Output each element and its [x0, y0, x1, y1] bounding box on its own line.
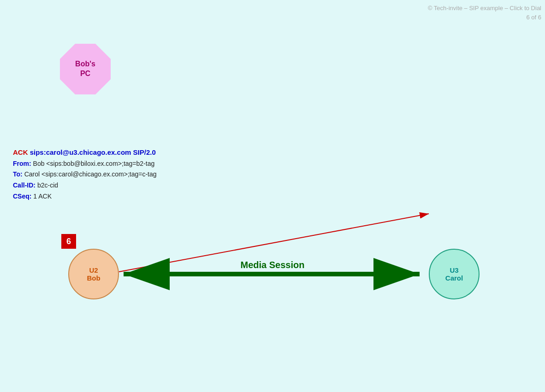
sip-message-block: ACK sips:carol@u3.chicago.ex.com SIP/2.0…	[13, 146, 157, 202]
to-value: Carol <sips:carol@chicago.ex.com>;tag=c-…	[24, 170, 157, 178]
svg-text:Media Session: Media Session	[241, 260, 305, 270]
step-badge: 6	[61, 234, 76, 249]
u3-id: U3	[450, 266, 458, 274]
bobs-pc-node: Bob'sPC	[60, 44, 111, 94]
u2-bob-node: U2 Bob	[68, 249, 119, 299]
callid-label: Call-ID:	[13, 181, 36, 189]
bobs-pc-label: Bob'sPC	[75, 59, 95, 79]
watermark: © Tech-invite – SIP example – Click to D…	[428, 4, 541, 22]
u2-id: U2	[89, 266, 98, 274]
ack-uri: sips:carol@u3.chicago.ex.com SIP/2.0	[30, 148, 156, 156]
callid-value: b2c-cid	[37, 181, 58, 189]
from-value: Bob <sips:bob@biloxi.ex.com>;tag=b2-tag	[33, 160, 155, 167]
ack-keyword: ACK	[13, 148, 28, 156]
u3-carol-node: U3 Carol	[429, 249, 480, 299]
cseq-label: CSeq:	[13, 193, 31, 200]
to-label: To:	[13, 170, 23, 178]
u2-name: Bob	[87, 274, 100, 282]
cseq-value: 1 ACK	[33, 193, 52, 200]
from-label: From:	[13, 160, 31, 167]
svg-line-0	[119, 214, 429, 272]
watermark-line1: © Tech-invite – SIP example – Click to D…	[428, 4, 541, 13]
watermark-line2: 6 of 6	[428, 13, 541, 22]
u3-name: Carol	[445, 274, 463, 282]
